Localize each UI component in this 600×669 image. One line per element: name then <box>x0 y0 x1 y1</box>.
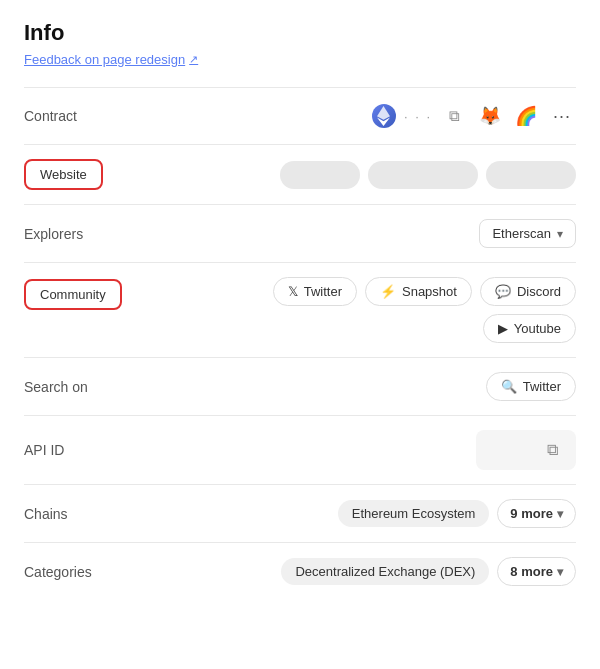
api-id-row: API ID ⧉ <box>24 416 576 484</box>
twitter-label: Twitter <box>304 284 342 299</box>
api-id-box: ⧉ <box>476 430 576 470</box>
youtube-button[interactable]: ▶ Youtube <box>483 314 576 343</box>
categories-label: Categories <box>24 564 124 580</box>
discord-icon: 💬 <box>495 284 511 299</box>
categories-more-button[interactable]: 8 more ▾ <box>497 557 576 586</box>
feedback-link[interactable]: Feedback on page redesign ↗ <box>24 52 198 67</box>
copy-icon: ⧉ <box>449 107 460 125</box>
website-pills <box>280 161 576 189</box>
snapshot-button[interactable]: ⚡ Snapshot <box>365 277 472 306</box>
twitter-icon: 𝕏 <box>288 284 298 299</box>
contract-content: · · · ⧉ 🦊 🌈 ··· <box>372 102 576 130</box>
explorers-content: Etherscan ▾ <box>479 219 576 248</box>
discord-button[interactable]: 💬 Discord <box>480 277 576 306</box>
community-buttons: 𝕏 Twitter ⚡ Snapshot 💬 Discord ▶ Youtube <box>236 277 576 343</box>
explorers-row: Explorers Etherscan ▾ <box>24 205 576 262</box>
metamask-button[interactable]: 🦊 <box>476 102 504 130</box>
website-row: Website <box>24 145 576 204</box>
chains-label: Chains <box>24 506 124 522</box>
twitter-button[interactable]: 𝕏 Twitter <box>273 277 357 306</box>
external-link-icon: ↗ <box>189 53 198 66</box>
categories-content: Decentralized Exchange (DEX) 8 more ▾ <box>281 557 576 586</box>
community-label: Community <box>24 279 122 310</box>
rainbow-button[interactable]: 🌈 <box>512 102 540 130</box>
contract-label: Contract <box>24 108 124 124</box>
categories-row: Categories Decentralized Exchange (DEX) … <box>24 543 576 600</box>
chains-more-button[interactable]: 9 more ▾ <box>497 499 576 528</box>
chains-row: Chains Ethereum Ecosystem 9 more ▾ <box>24 485 576 542</box>
copy-contract-button[interactable]: ⧉ <box>440 102 468 130</box>
website-pill-2[interactable] <box>368 161 478 189</box>
dex-category-tag[interactable]: Decentralized Exchange (DEX) <box>281 558 489 585</box>
search-twitter-button[interactable]: 🔍 Twitter <box>486 372 576 401</box>
community-row: Community 𝕏 Twitter ⚡ Snapshot 💬 Discord… <box>24 263 576 357</box>
youtube-icon: ▶ <box>498 321 508 336</box>
chains-content: Ethereum Ecosystem 9 more ▾ <box>338 499 576 528</box>
contract-row: Contract · · · ⧉ 🦊 🌈 ··· <box>24 88 576 144</box>
page-title: Info <box>24 20 576 46</box>
website-pill-1[interactable] <box>280 161 360 189</box>
chains-more-label: 9 more <box>510 506 553 521</box>
metamask-icon: 🦊 <box>479 105 501 127</box>
categories-chevron-icon: ▾ <box>557 565 563 579</box>
eth-icon <box>372 104 396 128</box>
categories-more-label: 8 more <box>510 564 553 579</box>
more-dots-icon: ··· <box>553 106 571 127</box>
discord-label: Discord <box>517 284 561 299</box>
youtube-label: Youtube <box>514 321 561 336</box>
search-platform-label: Twitter <box>523 379 561 394</box>
copy-api-icon: ⧉ <box>547 441 558 459</box>
explorers-label: Explorers <box>24 226 124 242</box>
snapshot-icon: ⚡ <box>380 284 396 299</box>
contract-address-dots: · · · <box>404 109 432 124</box>
etherscan-label: Etherscan <box>492 226 551 241</box>
website-label: Website <box>24 159 103 190</box>
search-on-content: 🔍 Twitter <box>486 372 576 401</box>
chains-chevron-icon: ▾ <box>557 507 563 521</box>
api-id-label: API ID <box>24 442 124 458</box>
chevron-down-icon: ▾ <box>557 227 563 241</box>
copy-api-id-button[interactable]: ⧉ <box>538 436 566 464</box>
ethereum-ecosystem-tag[interactable]: Ethereum Ecosystem <box>338 500 490 527</box>
snapshot-label: Snapshot <box>402 284 457 299</box>
website-pill-3[interactable] <box>486 161 576 189</box>
api-id-content: ⧉ <box>476 430 576 470</box>
search-icon: 🔍 <box>501 379 517 394</box>
explorers-select[interactable]: Etherscan ▾ <box>479 219 576 248</box>
rainbow-icon: 🌈 <box>515 105 537 127</box>
more-options-button[interactable]: ··· <box>548 102 576 130</box>
search-on-label: Search on <box>24 379 124 395</box>
search-on-row: Search on 🔍 Twitter <box>24 358 576 415</box>
